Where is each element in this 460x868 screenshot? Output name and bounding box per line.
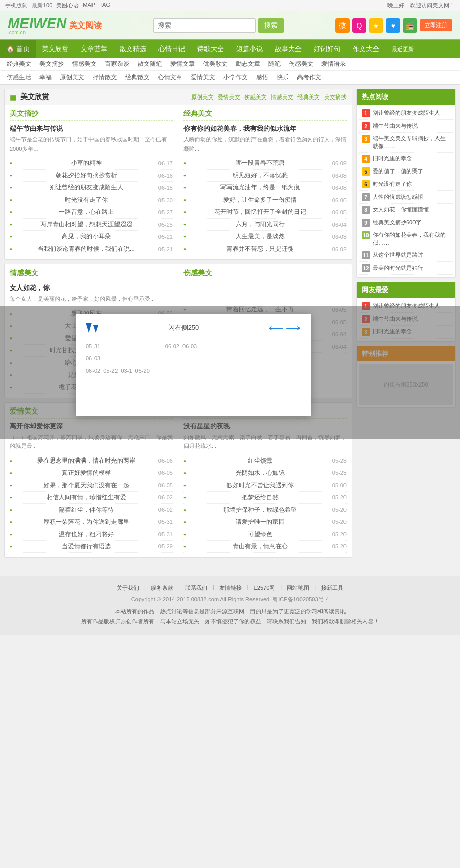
mobile-link[interactable]: 手机版词 bbox=[5, 2, 28, 9]
nav-xinqing[interactable]: 心情日记 bbox=[152, 40, 191, 58]
subnav-suibi2[interactable]: 随笔 bbox=[264, 59, 285, 69]
nav-update[interactable]: 最近更新 bbox=[385, 41, 420, 57]
article-link[interactable]: 假如时光不曾让我遇到你 bbox=[226, 481, 294, 490]
star-icon[interactable]: ★ bbox=[369, 18, 383, 33]
hot-item[interactable]: 9经典美文摘抄600字 bbox=[359, 216, 453, 229]
nav-home[interactable]: 🏠 首页 bbox=[0, 40, 36, 58]
article-link[interactable]: 厚积一朵落花，为你送到走廊里 bbox=[43, 518, 129, 526]
article-link[interactable]: 带着回忆走远，一生不再 bbox=[226, 305, 294, 314]
hot-item[interactable]: 10你有你的如花美春，我有我的似…… bbox=[359, 229, 453, 249]
article-link[interactable]: 人生最美，是淡然 bbox=[236, 232, 285, 241]
hot-item[interactable]: 2端午节由来与传说 bbox=[359, 120, 453, 133]
article-link[interactable]: 哪一段青春不荒唐 bbox=[236, 159, 285, 167]
article-link[interactable]: 温存也好，粗刁将好 bbox=[59, 530, 114, 539]
hot-item[interactable]: 8女人如花，你懂懂懂懂 bbox=[359, 204, 453, 216]
rss-icon[interactable]: 📻 bbox=[403, 18, 417, 33]
nav-haoci[interactable]: 好词好句 bbox=[308, 40, 347, 58]
nav-gushi[interactable]: 故事大全 bbox=[269, 40, 308, 58]
nav-meiwen[interactable]: 美文欣赏 bbox=[36, 40, 75, 58]
register-button[interactable]: 立即注册 bbox=[420, 19, 452, 31]
article-link[interactable]: 青春并不苦恋，只是迁徙 bbox=[226, 245, 294, 253]
nav-shige[interactable]: 诗歌大全 bbox=[191, 40, 230, 58]
subnav-shanggansheng[interactable]: 伤感生活 bbox=[3, 72, 35, 83]
article-link[interactable]: 当我们谈论青春的时候，我们在说... bbox=[38, 245, 135, 253]
subnav-lizhi[interactable]: 励志文章 bbox=[232, 59, 264, 69]
subnav-jingdiansanwen[interactable]: 经典散文 bbox=[121, 72, 154, 83]
article-link[interactable]: 真正好爱情的模样 bbox=[62, 469, 111, 477]
footer-about[interactable]: 关于我们 bbox=[117, 584, 139, 592]
hot-item[interactable]: 12最美的时光就是独行 bbox=[359, 262, 453, 275]
article-link[interactable]: 当爱情都行有语选 bbox=[62, 542, 111, 551]
subnav-yuanchuang[interactable]: 原创美文 bbox=[56, 72, 88, 83]
gallery-link[interactable]: 美图心语 bbox=[56, 2, 79, 9]
nav-xiaoshuo[interactable]: 短篇小说 bbox=[230, 40, 269, 58]
footer-friends[interactable]: 友情链接 bbox=[219, 584, 242, 592]
featured-title-yuanchuang[interactable]: 没有星星的夜晚 bbox=[183, 422, 347, 431]
article-link[interactable]: 红尘烦蠹 bbox=[248, 456, 272, 465]
link-jingdian[interactable]: 经典美文 bbox=[297, 93, 320, 101]
article-link[interactable]: 花开时节，回忆打开了全封的日记 bbox=[214, 208, 306, 216]
subnav-xiaoxuezuowen[interactable]: 小学作文 bbox=[219, 72, 252, 83]
subnav-ganwu[interactable]: 感悟 bbox=[252, 72, 272, 83]
subnav-baijia[interactable]: 百家杂谈 bbox=[101, 59, 133, 69]
featured-title-qinggan[interactable]: 女人如花，你 bbox=[10, 283, 173, 293]
friend-item[interactable]: 3旧时光里的幸念 bbox=[359, 326, 453, 339]
featured-title-jingdian[interactable]: 你有你的如花美春，我有我的似水流年 bbox=[183, 124, 347, 133]
subnav-aiqing1[interactable]: 爱情文章 bbox=[166, 59, 199, 69]
nav-zuowen[interactable]: 作文大全 bbox=[347, 40, 385, 58]
float-modal[interactable]: 闪右侧250 ⟵ ⟶ 05-31 06-03 06-02 05-22 03-1 … bbox=[76, 314, 311, 416]
article-link[interactable]: 六月，与阳光同行 bbox=[236, 220, 285, 229]
friend-item[interactable]: 2端午节由来与传说 bbox=[359, 313, 453, 326]
hot-item[interactable]: 4旧时光里的幸念 bbox=[359, 153, 453, 165]
article-link[interactable]: 可望绿色 bbox=[248, 530, 272, 539]
subnav-zhaichao[interactable]: 美文摘抄 bbox=[35, 59, 68, 69]
subnav-qinggan[interactable]: 情感美文 bbox=[68, 59, 101, 69]
hot-item[interactable]: 5爱的偏了，偏的哭了 bbox=[359, 165, 453, 178]
article-link[interactable]: 明见短好，不落忧愁 bbox=[233, 171, 288, 180]
article-link[interactable]: 请爱护唯一的家园 bbox=[236, 518, 285, 526]
link-yuanchuang[interactable]: 原创美文 bbox=[191, 93, 214, 101]
subnav-aiqingyu[interactable]: 爱情语录 bbox=[317, 59, 350, 69]
subnav-shanggan[interactable]: 伤感美文 bbox=[285, 59, 317, 69]
article-link[interactable]: 相信人间有情，珍惜红尘有爱 bbox=[47, 493, 126, 502]
subnav-gaokao[interactable]: 高考作文 bbox=[293, 72, 326, 83]
nav-wenzhang[interactable]: 文章荟萃 bbox=[75, 40, 113, 58]
tag-link[interactable]: TAG bbox=[99, 2, 110, 9]
nav-sanwen[interactable]: 散文精选 bbox=[113, 40, 152, 58]
footer-sitemap[interactable]: 网站地图 bbox=[287, 584, 309, 592]
article-link[interactable]: 两岸青山相对望，想想天涯望迢迢 bbox=[40, 220, 132, 229]
article-link[interactable]: 朝花夕拾好句摘抄赏析 bbox=[56, 171, 117, 180]
article-link[interactable]: 时光没有走了你 bbox=[65, 196, 108, 204]
footer-terms[interactable]: 服务条款 bbox=[151, 584, 173, 592]
search-button[interactable]: 搜索 bbox=[258, 18, 284, 33]
link-qinggan[interactable]: 情感美文 bbox=[271, 93, 293, 101]
friend-item[interactable]: 1别让曾经的朋友变成陌生人 bbox=[359, 300, 453, 313]
featured-title-aiqing[interactable]: 离开你却爱你更深 bbox=[10, 422, 173, 431]
article-link[interactable]: 那墙护保种子，放绿色希望 bbox=[223, 505, 297, 514]
subnav-suibi[interactable]: 散文随笔 bbox=[133, 59, 166, 69]
hot-item[interactable]: 7人性的忧虑该怎感悟 bbox=[359, 191, 453, 204]
article-link[interactable]: 小草的精神 bbox=[71, 159, 102, 167]
subnav-aiqingmeiwen[interactable]: 爱情美文 bbox=[187, 72, 219, 83]
share-icon[interactable]: ♥ bbox=[386, 18, 400, 33]
hot-item[interactable]: 11从这个世界就是路过 bbox=[359, 249, 453, 262]
subnav-kuaile[interactable]: 快乐 bbox=[272, 72, 293, 83]
featured-title-zhaichao[interactable]: 端午节由来与传说 bbox=[10, 124, 173, 133]
article-link[interactable]: 爱好，让生命多了一份痴情 bbox=[223, 196, 297, 204]
footer-contact[interactable]: 联系我们 bbox=[185, 584, 208, 592]
subnav-shuqing[interactable]: 抒情散文 bbox=[88, 72, 121, 83]
article-link[interactable]: 青山有景，情意在心 bbox=[233, 542, 288, 551]
link-shanggan[interactable]: 伤感美文 bbox=[244, 93, 267, 101]
article-link[interactable]: 隔着红尘，伴你等待 bbox=[59, 505, 114, 514]
search-input[interactable] bbox=[153, 18, 256, 33]
article-link[interactable]: 高见，我的小耳朵 bbox=[62, 232, 111, 241]
map-link[interactable]: MAP bbox=[83, 2, 95, 9]
top100-link[interactable]: 最新100 bbox=[32, 2, 52, 9]
subnav-youmei[interactable]: 优美散文 bbox=[199, 59, 232, 69]
footer-e2570[interactable]: E2570网 bbox=[253, 584, 275, 592]
article-link[interactable]: 如果，那个夏天我们没有在一起 bbox=[43, 481, 129, 490]
weibo-icon[interactable]: 微 bbox=[335, 18, 350, 33]
subnav-xinqingwenzhang[interactable]: 心情文章 bbox=[154, 72, 187, 83]
article-link[interactable]: 一路昔意，心在路上 bbox=[59, 208, 114, 216]
subnav-jingdian[interactable]: 经典美文 bbox=[3, 59, 35, 69]
